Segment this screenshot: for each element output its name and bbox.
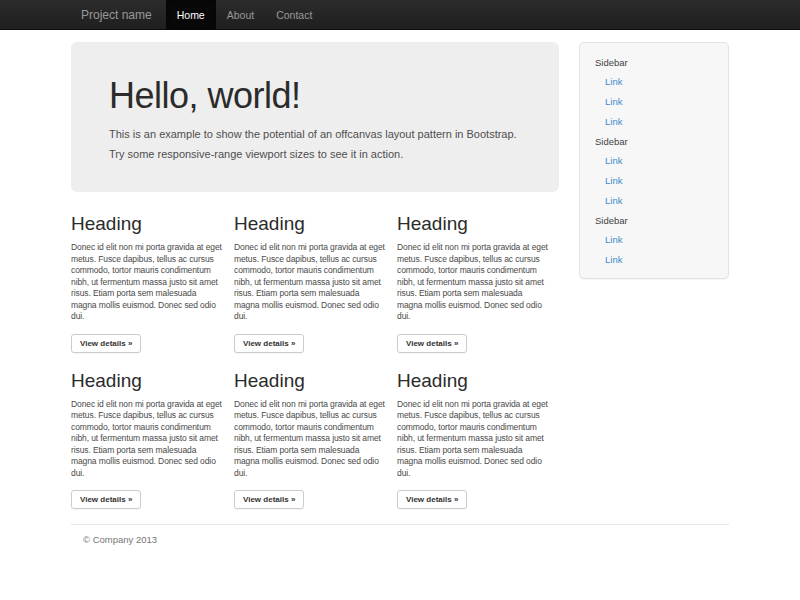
copyright-text: © Company 2013 [83,534,729,545]
card: HeadingDonec id elit non mi porta gravid… [234,213,397,353]
sidebar-group-header: Sidebar [580,52,728,71]
card-heading: Heading [234,370,387,392]
cards-row-2: HeadingDonec id elit non mi porta gravid… [71,370,559,510]
jumbotron-text: This is an example to show the potential… [109,124,521,164]
card-heading: Heading [397,370,550,392]
sidebar: SidebarLinkLinkLinkSidebarLinkLinkLinkSi… [579,42,729,509]
card-heading: Heading [234,213,387,235]
card-heading: Heading [71,370,224,392]
sidebar-link[interactable]: Link [580,229,728,249]
card-body-text: Donec id elit non mi porta gravida at eg… [234,242,387,323]
view-details-button[interactable]: View details » [397,490,467,509]
card: HeadingDonec id elit non mi porta gravid… [397,213,560,353]
card-heading: Heading [71,213,224,235]
main-column: Hello, world! This is an example to show… [71,42,559,509]
sidebar-group-header: Sidebar [580,131,728,150]
sidebar-link[interactable]: Link [580,249,728,269]
cards-row-1: HeadingDonec id elit non mi porta gravid… [71,213,559,353]
sidebar-link[interactable]: Link [580,150,728,170]
sidebar-link[interactable]: Link [580,91,728,111]
jumbotron: Hello, world! This is an example to show… [71,42,559,192]
page-title: Hello, world! [109,76,521,116]
nav-item-home[interactable]: Home [166,0,216,30]
top-navbar: Project name HomeAboutContact [0,0,800,30]
card: HeadingDonec id elit non mi porta gravid… [397,370,560,510]
view-details-button[interactable]: View details » [397,334,467,353]
view-details-button[interactable]: View details » [71,334,141,353]
nav-item-contact[interactable]: Contact [265,0,323,30]
sidebar-box: SidebarLinkLinkLinkSidebarLinkLinkLinkSi… [579,42,729,279]
card-body-text: Donec id elit non mi porta gravida at eg… [71,399,224,480]
card-body-text: Donec id elit non mi porta gravida at eg… [397,242,550,323]
navbar-menu: HomeAboutContact [166,0,324,30]
sidebar-link[interactable]: Link [580,190,728,210]
sidebar-link[interactable]: Link [580,111,728,131]
card-heading: Heading [397,213,550,235]
sidebar-group-header: Sidebar [580,210,728,229]
card: HeadingDonec id elit non mi porta gravid… [71,370,234,510]
nav-item-about[interactable]: About [216,0,265,30]
sidebar-link[interactable]: Link [580,71,728,91]
card: HeadingDonec id elit non mi porta gravid… [71,213,234,353]
view-details-button[interactable]: View details » [234,334,304,353]
view-details-button[interactable]: View details » [71,490,141,509]
card: HeadingDonec id elit non mi porta gravid… [234,370,397,510]
brand-link[interactable]: Project name [71,0,162,30]
card-body-text: Donec id elit non mi porta gravida at eg… [397,399,550,480]
sidebar-link[interactable]: Link [580,170,728,190]
footer: © Company 2013 [71,524,729,575]
card-body-text: Donec id elit non mi porta gravida at eg… [234,399,387,480]
card-body-text: Donec id elit non mi porta gravida at eg… [71,242,224,323]
view-details-button[interactable]: View details » [234,490,304,509]
